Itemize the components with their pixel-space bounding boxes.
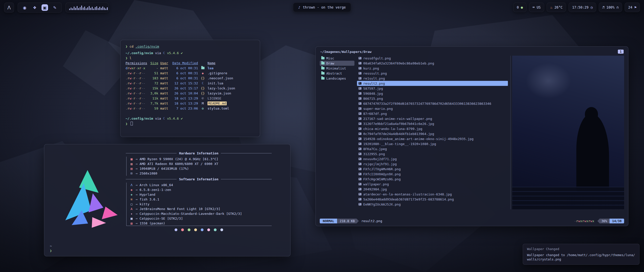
file-list-item[interactable]: 596848.jpg: [357, 91, 508, 96]
file-name-text: lazyvim.json: [208, 91, 231, 95]
file-type-icon: {}: [200, 91, 206, 96]
sidebar-folder-draw[interactable]: Draw: [320, 61, 354, 66]
file-list-item[interactable]: 8FKa7Cu.jpeg: [357, 146, 508, 151]
file-list-item[interactable]: 19201080-__blue-tinge__-1920×1080.jpg: [357, 141, 508, 146]
ls-header-row: Permissions Size User Date Modified Name: [126, 61, 255, 66]
launcher-button[interactable]: Λ: [4, 3, 14, 13]
file-permissions: drwxr-xr-x: [126, 66, 146, 71]
clock-value: 17:50:29: [572, 5, 588, 9]
terminal-window[interactable]: ❯cd.config/nvim ~/.config/nvimvia☾v5.4.6…: [120, 40, 260, 137]
file-date: 6 oct 00:31: [172, 76, 198, 81]
image-file-icon: [358, 143, 361, 145]
file-list-item[interactable]: 217167-sad-anime-rain-wallpaper.png: [357, 116, 508, 121]
terminal-input-line[interactable]: ❯: [126, 121, 255, 126]
volume-value: 100%: [606, 5, 615, 9]
file-list-item[interactable]: chica-mirando-la-luna-8799.jpg: [357, 126, 508, 131]
visualizer-bar: [81, 6, 82, 10]
sidebar-folder-landscapes[interactable]: Landscapes: [320, 76, 354, 81]
shell-value: fish 3.6.1: [140, 197, 159, 202]
image-file-icon: [358, 87, 361, 90]
visualizer-bar: [71, 8, 71, 10]
file-list-item[interactable]: 08a634fa02a32364f69ebc86a98eb1eb.png: [357, 61, 508, 66]
file-list-item[interactable]: FXfcII0X0AQyn9X.png: [357, 172, 508, 177]
fetch-prompt: ~ ❯: [50, 244, 52, 253]
perm-char: x: [143, 66, 145, 70]
file-name: 5a266e448add93deab367d87173e9f25-6837886…: [363, 197, 454, 201]
file-name: 19201080-__blue-tinge__-1920×1080.jpg: [363, 142, 436, 146]
folder-icon: [321, 67, 325, 70]
file-list-item[interactable]: 3122955.png: [357, 151, 508, 156]
file-list-item[interactable]: 154928-odinokoe_anime-art-anime-okno-sin…: [357, 136, 508, 141]
file-manager-window[interactable]: ~/Imagenes/Wallpapers/Draw 1 MiscDrawMin…: [315, 46, 628, 226]
file-list-item[interactable]: EeNKYgIUcAAJ5JX.png: [357, 202, 508, 207]
image-file-icon: [358, 188, 361, 190]
perm-char: -: [137, 101, 139, 105]
workspace-2-button[interactable]: ❖: [31, 4, 38, 11]
perm-char: x: [137, 66, 139, 70]
file-list-item[interactable]: kurz.png: [357, 66, 508, 71]
folder-name: Draw: [326, 61, 334, 65]
file-list-item[interactable]: result2.png: [357, 81, 508, 86]
fetch-terminal-window[interactable]: Hardware Information ▦→AMD Ryzen 9 5900X…: [44, 144, 291, 256]
palette-dot: [175, 228, 177, 231]
file-list-item[interactable]: 0c794faf07de24a4db4d4fb1eb813964.jpg: [357, 131, 508, 136]
workspace-1-button[interactable]: ◉: [21, 4, 28, 11]
tab-badge[interactable]: 1: [618, 50, 624, 54]
updates-widget[interactable]: 0●: [513, 3, 527, 12]
file-list-item[interactable]: FXfcHgcWIAMzs0G.png: [357, 177, 508, 182]
os-value: Arch Linux x86_64: [140, 183, 173, 187]
file-date: 6 oct 00:31: [172, 71, 198, 76]
sidebar-folder-misc[interactable]: Misc: [320, 56, 354, 61]
music-title: thrown - on the verge: [303, 5, 346, 9]
file-list-item[interactable]: 3126f7e9bbf21a8a4af0b67b041c6e26.jpg: [357, 121, 508, 126]
notification-popup[interactable]: Wallpaper Changed Wallpaper changed to /…: [523, 244, 639, 265]
file-type-icon: ☾: [200, 81, 206, 86]
file-list-item[interactable]: nnvuv0xj2df71.jpg: [357, 156, 508, 161]
file-list-item[interactable]: re1sult.png: [357, 76, 508, 81]
perm-char: -: [143, 91, 145, 95]
file-permissions: .rw-r--r--: [126, 71, 146, 76]
file-owner: matt: [160, 101, 170, 106]
file-list-item[interactable]: 587597.jpg: [357, 86, 508, 91]
clock-widget[interactable]: 17:50:29◷: [569, 3, 596, 12]
file-row: .rw-r--r--11kmatt18 oct 13:29©LICENSE: [126, 96, 255, 101]
sidebar-folder-minimalist[interactable]: Minimalist: [320, 66, 354, 71]
file-list-item[interactable]: rsjqojlmjhf91.jpg: [357, 161, 508, 166]
sidebar-folder-abstract[interactable]: Abstract: [320, 71, 354, 76]
folder-icon: [201, 67, 205, 69]
workspace-4-button[interactable]: ✎: [52, 4, 58, 11]
tool-version: v5.4.6: [167, 51, 179, 56]
file-permissions: .rw-r--r--: [126, 76, 146, 81]
image-file-icon: [358, 57, 361, 59]
volume-widget[interactable]: ♬100%∩: [599, 3, 622, 12]
file-list-item[interactable]: 5a266e448add93deab367d87173e9f25-6837886…: [357, 197, 508, 202]
perm-char: -: [137, 71, 139, 75]
file-name: 3122955.png: [363, 152, 385, 156]
perm-char: r: [128, 66, 130, 70]
workspace-3-button[interactable]: ▣: [42, 4, 48, 11]
image-file-icon: [358, 107, 361, 110]
file-list-item[interactable]: 20492984.jpg: [357, 187, 508, 192]
shell-icon: ≋: [130, 197, 134, 202]
perm-char: r: [128, 91, 130, 95]
file-list-item[interactable]: 87r687df.png: [357, 111, 508, 116]
file-list-item[interactable]: resssult.png: [357, 71, 508, 76]
file-name: LICENSE: [208, 96, 255, 101]
file-list-item[interactable]: 68747470733a2f2f696d616765732d7769786d70…: [357, 101, 508, 106]
music-widget[interactable]: ♪ thrown - on the verge: [293, 3, 351, 12]
temperature-widget[interactable]: ♨26°C: [547, 3, 566, 12]
file-list-item[interactable]: super-mario.png: [357, 106, 508, 111]
prompt-icon: ❯: [50, 248, 52, 253]
file-list-item[interactable]: atardecer-en-la-montanas-ilustracion-634…: [357, 192, 508, 197]
keyboard-widget[interactable]: ⌨US: [529, 3, 544, 12]
arrow-icon: →: [136, 202, 138, 207]
file-list-item[interactable]: wallpaper.png: [357, 182, 508, 187]
hardware-section-header: Hardware Information: [126, 151, 272, 156]
folder-icon: [321, 77, 325, 80]
notifications-widget[interactable]: 24⚑: [625, 3, 640, 12]
file-size: 72: [148, 81, 158, 86]
file-list-item[interactable]: ressdfgult.png: [357, 56, 508, 61]
file-list-item[interactable]: 866715.png: [357, 96, 508, 101]
file-list-item[interactable]: FXfcJlTXgAMvH6R.png: [357, 166, 508, 172]
file-owner: matt: [160, 66, 170, 71]
